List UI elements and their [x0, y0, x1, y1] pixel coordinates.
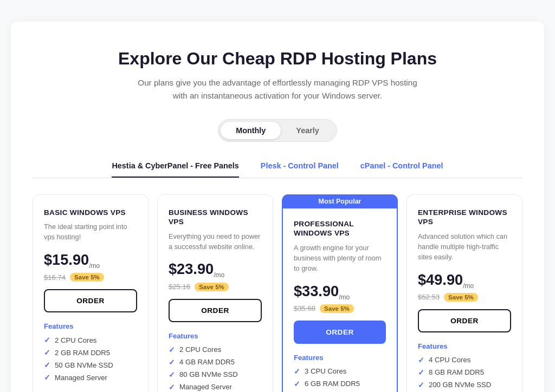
plan-professional-old-price: $35.68: [294, 304, 315, 312]
popular-badge: Most Popular: [282, 194, 397, 208]
plan-professional-order-button[interactable]: ORDER: [294, 321, 386, 344]
plan-business-old-price: $25.16: [169, 283, 190, 291]
plan-professional: Most Popular PROFESSIONAL WINDOWS VPS A …: [282, 194, 398, 392]
list-item: ✓ 4 CPU Cores: [418, 356, 511, 364]
check-icon: ✓: [418, 381, 424, 389]
check-icon: ✓: [294, 380, 300, 388]
list-item: ✓ 3 CPU Cores: [294, 367, 386, 376]
plan-basic: BASIC WINDOWS VPS The ideal starting poi…: [33, 194, 149, 392]
plan-basic-name: BASIC WINDOWS VPS: [44, 208, 137, 218]
plan-basic-desc: The ideal starting point into vps hostin…: [44, 221, 137, 242]
plan-business-save-badge: Save 5%: [195, 283, 229, 291]
check-icon: ✓: [418, 368, 424, 377]
plan-enterprise-old-price: $52.53: [418, 293, 440, 301]
plan-business-desc: Everything you need to power a successfu…: [169, 231, 262, 252]
billing-toggle-wrapper: Monthly Yearly: [33, 119, 522, 142]
plan-business-name: BUSINESS WINDOWS VPS: [169, 208, 262, 227]
plans-grid: BASIC WINDOWS VPS The ideal starting poi…: [33, 194, 522, 392]
plan-professional-name: PROFESSIONAL WINDOWS VPS: [294, 219, 386, 238]
page-title: Explore Our Cheap RDP Hosting Plans: [33, 49, 522, 69]
toggle-yearly[interactable]: Yearly: [281, 122, 334, 139]
plan-enterprise-price: $49.90/mo: [418, 271, 511, 290]
billing-toggle: Monthly Yearly: [218, 119, 337, 142]
plan-basic-save-badge: Save 5%: [70, 273, 104, 282]
plan-professional-price: $33.90/mo: [294, 283, 386, 301]
list-item: ✓ Managed Server: [169, 383, 262, 391]
check-icon: ✓: [169, 358, 175, 367]
check-icon: ✓: [44, 348, 50, 357]
plan-enterprise-old-price-row: $52.53 Save 5%: [418, 293, 511, 302]
tab-hestia-cyberpanel[interactable]: Hestia & CyberPanel - Free Panels: [112, 161, 238, 178]
list-item: ✓ 200 GB NVMe SSD: [418, 381, 511, 389]
plan-business-features-label: Features: [169, 332, 262, 340]
plan-enterprise-order-button[interactable]: ORDER: [418, 309, 511, 332]
check-icon: ✓: [294, 367, 300, 376]
check-icon: ✓: [44, 336, 50, 344]
plan-enterprise-features-label: Features: [418, 342, 511, 350]
plan-enterprise-desc: Advanced solution which can handle multi…: [418, 231, 511, 263]
plan-basic-old-price: $16.74: [44, 273, 66, 282]
plan-professional-desc: A growth engine for your business with p…: [294, 243, 386, 274]
check-icon: ✓: [44, 373, 50, 382]
tab-cpanel[interactable]: cPanel - Control Panel: [360, 161, 443, 178]
list-item: ✓ 50 GB NVMe SSD: [44, 361, 137, 369]
plan-enterprise: ENTERPRISE WINDOWS VPS Advanced solution…: [406, 194, 522, 392]
list-item: ✓ Managed Server: [44, 373, 137, 382]
plan-business-order-button[interactable]: ORDER: [169, 299, 262, 322]
page-header: Explore Our Cheap RDP Hosting Plans Our …: [33, 49, 522, 103]
check-icon: ✓: [169, 383, 175, 391]
check-icon: ✓: [169, 345, 175, 354]
tab-plesk[interactable]: Plesk - Control Panel: [261, 161, 339, 178]
plan-basic-old-price-row: $16.74 Save 5%: [44, 273, 137, 282]
list-item: ✓ 4 GB RAM DDR5: [169, 358, 262, 367]
list-item: ✓ 6 GB RAM DDR5: [294, 380, 386, 388]
page-description: Our plans give you the advantage of effo…: [137, 76, 418, 103]
check-icon: ✓: [418, 356, 424, 364]
control-panel-tabs: Hestia & CyberPanel - Free Panels Plesk …: [33, 161, 522, 178]
check-icon: ✓: [44, 361, 50, 369]
plan-business-old-price-row: $25.16 Save 5%: [169, 283, 262, 291]
plan-business-price: $23.90/mo: [169, 260, 262, 279]
list-item: ✓ 8 GB RAM DDR5: [418, 368, 511, 377]
check-icon: ✓: [169, 370, 175, 379]
list-item: ✓ 2 CPU Cores: [169, 345, 262, 354]
plan-basic-price: $15.90/mo: [44, 251, 137, 270]
plan-business: BUSINESS WINDOWS VPS Everything you need…: [157, 194, 273, 392]
plan-professional-save-badge: Save 5%: [320, 304, 354, 313]
plan-professional-old-price-row: $35.68 Save 5%: [294, 304, 386, 313]
plan-basic-order-button[interactable]: ORDER: [44, 289, 137, 312]
list-item: ✓ 80 GB NVMe SSD: [169, 370, 262, 379]
toggle-monthly[interactable]: Monthly: [221, 122, 281, 139]
list-item: ✓ 2 GB RAM DDR5: [44, 348, 137, 357]
plan-enterprise-save-badge: Save 5%: [444, 293, 478, 302]
plan-basic-features-label: Features: [44, 322, 137, 330]
plan-enterprise-name: ENTERPRISE WINDOWS VPS: [418, 208, 511, 227]
plan-professional-features-label: Features: [294, 354, 386, 362]
list-item: ✓ 2 CPU Cores: [44, 336, 137, 344]
